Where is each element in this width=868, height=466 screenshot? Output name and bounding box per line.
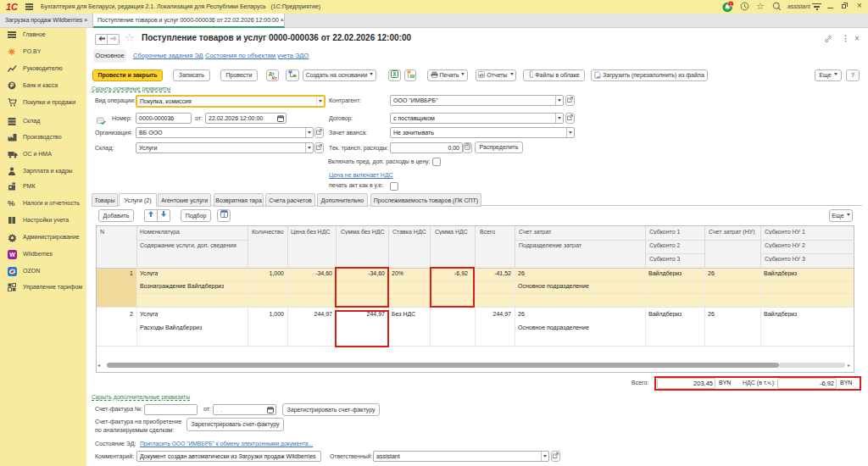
svg-text:БМ: БМ <box>410 75 415 78</box>
svg-text:X: X <box>392 71 397 77</box>
svg-text:1: 1 <box>729 2 732 7</box>
svg-text:W: W <box>9 252 15 258</box>
